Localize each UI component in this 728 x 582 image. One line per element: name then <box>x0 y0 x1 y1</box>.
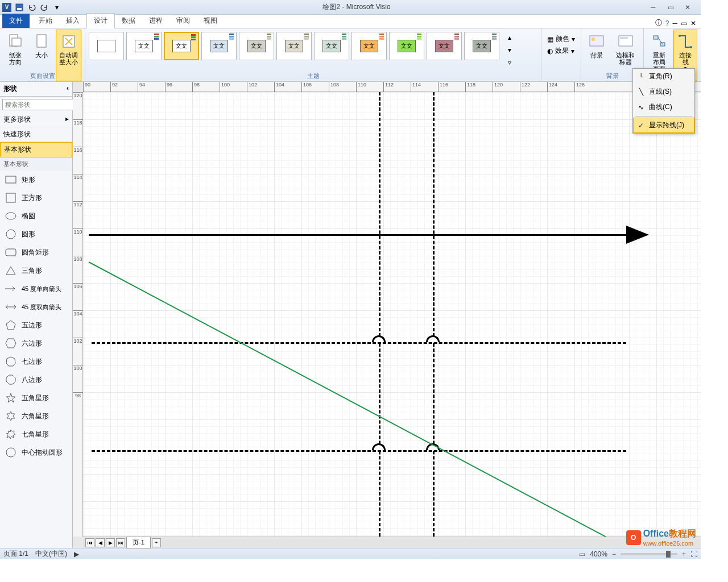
svg-marker-25 <box>7 411 15 421</box>
vertical-ruler[interactable]: 12011811611411211010810610410210098 <box>73 92 83 537</box>
more-shapes-item[interactable]: 更多形状▸ <box>0 113 72 127</box>
status-language[interactable]: 中文(中国) <box>35 549 67 559</box>
zoom-slider[interactable] <box>621 553 677 555</box>
qat-customize[interactable]: ▾ <box>51 2 63 13</box>
shapes-panel: 形状‹ ▾ 🔍 更多形状▸ 快速形状 基本形状 基本形状 矩形 正方形 椭圆 圆… <box>0 82 73 548</box>
shape-double-arrow-45[interactable]: 45 度双向箭头 <box>0 298 72 316</box>
fit-page-button[interactable]: ⛶ <box>690 550 697 558</box>
undo-button[interactable] <box>26 2 38 13</box>
dd-right-angle[interactable]: └直角(R) <box>633 69 694 84</box>
mdi-min-icon[interactable]: ─ <box>672 19 677 27</box>
zoom-thumb[interactable] <box>666 551 671 558</box>
page-next-button[interactable]: ▶ <box>106 538 115 547</box>
basic-shapes-item[interactable]: 基本形状 <box>0 142 72 157</box>
page-last-button[interactable]: ⏭ <box>116 538 125 547</box>
tab-data[interactable]: 数据 <box>115 14 142 28</box>
maximize-button[interactable]: ▭ <box>668 3 678 11</box>
shape-arrow-45[interactable]: 45 度单向箭头 <box>0 280 72 298</box>
theme-item[interactable] <box>89 32 124 60</box>
zoom-level[interactable]: 400% <box>590 550 607 558</box>
theme-item[interactable]: 文文 <box>351 32 387 60</box>
redo-button[interactable] <box>39 2 50 13</box>
shape-star7[interactable]: 七角星形 <box>0 425 72 443</box>
tab-insert[interactable]: 插入 <box>59 14 86 28</box>
theme-item[interactable]: 文文 <box>389 32 424 60</box>
help-icon[interactable]: ? <box>665 19 669 27</box>
shape-star5[interactable]: 五角星形 <box>0 389 72 407</box>
shape-square[interactable]: 正方形 <box>0 189 72 207</box>
zoom-out-button[interactable]: ▭ <box>579 550 585 558</box>
zoom-plus[interactable]: + <box>682 550 686 558</box>
tab-review[interactable]: 审阅 <box>169 14 197 28</box>
theme-item-selected[interactable]: 文文 <box>164 32 199 60</box>
svg-marker-22 <box>6 357 15 366</box>
close-button[interactable]: ✕ <box>685 3 695 11</box>
mdi-close-icon[interactable]: ✕ <box>690 19 696 27</box>
panel-collapse-icon[interactable]: ‹ <box>67 84 69 94</box>
octagon-icon <box>5 374 17 385</box>
dd-show-jumps[interactable]: 显示跨线(J) <box>633 118 694 133</box>
shape-heptagon[interactable]: 七边形 <box>0 352 72 371</box>
theme-item[interactable]: 文文 <box>427 32 462 60</box>
shape-pentagon[interactable]: 五边形 <box>0 316 72 334</box>
theme-colors-button[interactable]: ▦颜色▾ <box>545 33 577 45</box>
dd-straight[interactable]: ╲直线(S) <box>633 84 694 99</box>
page-first-button[interactable]: ⏮ <box>85 538 94 547</box>
quick-access-toolbar: ▾ <box>14 2 63 13</box>
shape-list[interactable]: 矩形 正方形 椭圆 圆形 圆角矩形 三角形 45 度单向箭头 45 度双向箭头 … <box>0 171 72 548</box>
theme-item[interactable]: 文文 <box>239 32 274 60</box>
dashed-vertical-2[interactable] <box>433 92 435 537</box>
svg-point-27 <box>6 448 15 457</box>
theme-item[interactable]: 文文 <box>201 32 237 60</box>
theme-item[interactable]: 文文 <box>464 32 499 60</box>
drawing-canvas[interactable] <box>83 92 701 537</box>
ribbon-minimize-icon[interactable]: ⓘ <box>655 18 662 28</box>
theme-effects-button[interactable]: ◐效果▾ <box>545 45 577 57</box>
svg-marker-26 <box>6 430 15 439</box>
dashed-vertical-1[interactable] <box>379 92 380 537</box>
shapes-panel-title: 形状‹ <box>0 82 72 97</box>
green-diagonal-line[interactable] <box>89 261 622 537</box>
arrow-45-icon <box>5 283 17 294</box>
theme-item[interactable]: 文文 <box>314 32 349 60</box>
minimize-button[interactable]: ─ <box>651 3 661 11</box>
quick-shapes-item[interactable]: 快速形状 <box>0 127 72 142</box>
tab-process[interactable]: 进程 <box>142 14 169 28</box>
page-tab-1[interactable]: 页-1 <box>126 537 151 548</box>
effects-icon: ◐ <box>547 47 553 55</box>
tab-view[interactable]: 视图 <box>197 14 224 28</box>
shape-center-drag-circle[interactable]: 中心拖动圆形 <box>0 443 72 462</box>
shape-hexagon[interactable]: 六边形 <box>0 334 72 352</box>
tab-file[interactable]: 文件 <box>2 14 30 28</box>
theme-scroll-down[interactable]: ▾ <box>504 44 515 56</box>
page-add-button[interactable]: ＋ <box>152 538 161 547</box>
shape-rounded-rect[interactable]: 圆角矩形 <box>0 243 72 261</box>
horizontal-ruler[interactable]: 9092949698100102104106108110112114116118… <box>83 82 701 92</box>
shape-octagon[interactable]: 八边形 <box>0 371 72 389</box>
arrow-shape[interactable] <box>89 234 629 236</box>
theme-gallery[interactable]: 文文 文文 文文 文文 文文 文文 文文 文文 文文 文文 ▴ ▾ ▿ <box>89 30 537 70</box>
svg-rect-6 <box>590 36 603 46</box>
page-prev-button[interactable]: ◀ <box>96 538 105 547</box>
dashed-horizontal-1[interactable] <box>92 342 626 344</box>
dd-curve[interactable]: ∿曲线(C) <box>633 99 694 115</box>
shape-triangle[interactable]: 三角形 <box>0 261 72 280</box>
zoom-minus[interactable]: − <box>612 550 616 558</box>
save-button[interactable] <box>14 2 25 13</box>
shape-star6[interactable]: 六角星形 <box>0 407 72 425</box>
status-macro-icon[interactable]: ▶ <box>74 550 79 558</box>
theme-item[interactable]: 文文 <box>126 32 162 60</box>
theme-scroll-up[interactable]: ▴ <box>504 32 515 43</box>
theme-more[interactable]: ▿ <box>504 57 515 68</box>
double-arrow-45-icon <box>5 301 17 313</box>
hexagon-icon <box>5 338 17 349</box>
tab-home[interactable]: 开始 <box>32 14 59 28</box>
theme-item[interactable]: 文文 <box>276 32 312 60</box>
shape-rectangle[interactable]: 矩形 <box>0 171 72 189</box>
star5-icon <box>5 392 17 404</box>
dashed-horizontal-2[interactable] <box>92 450 626 452</box>
tab-design[interactable]: 设计 <box>86 13 115 28</box>
shape-circle[interactable]: 圆形 <box>0 225 72 243</box>
mdi-restore-icon[interactable]: ▭ <box>681 19 687 27</box>
shape-ellipse[interactable]: 椭圆 <box>0 207 72 225</box>
